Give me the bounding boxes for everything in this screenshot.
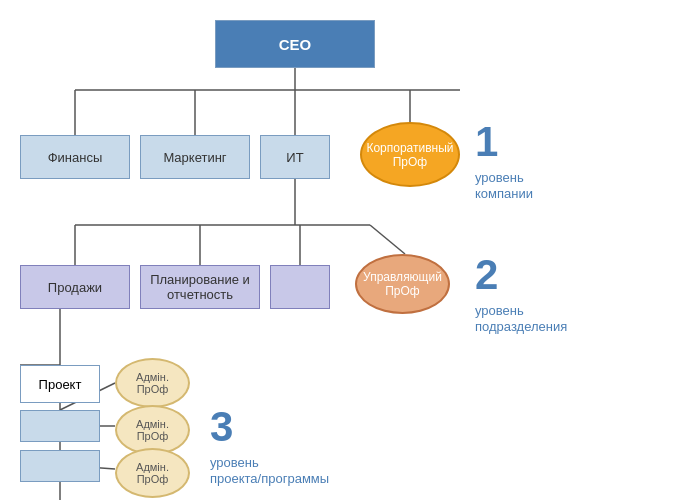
level2-text: уровеньподразделения <box>475 303 567 337</box>
admin-prof-label-2: Адмін.ПрОф <box>136 418 169 442</box>
level3-label: 3 уровеньпроекта/программы <box>210 400 329 488</box>
planning-box: Планирование и отчетность <box>140 265 260 309</box>
level1-label: 1 уровенькомпании <box>475 115 533 203</box>
admin-prof-ellipse-1: Адмін.ПрОф <box>115 358 190 408</box>
sales-box: Продажи <box>20 265 130 309</box>
level1-text: уровенькомпании <box>475 170 533 204</box>
marketing-label: Маркетинг <box>163 150 226 165</box>
admin-prof-label-1: Адмін.ПрОф <box>136 371 169 395</box>
corp-prof-label: Корпоративный ПрОф <box>362 141 458 169</box>
manager-prof-ellipse: Управляющий ПрОф <box>355 254 450 314</box>
corp-prof-ellipse: Корпоративный ПрОф <box>360 122 460 187</box>
it-label: ИТ <box>286 150 303 165</box>
project-box: Проект <box>20 365 100 403</box>
org-chart: CEO Финансы Маркетинг ИТ Корпоративный П… <box>0 0 690 500</box>
level3-text: уровеньпроекта/программы <box>210 455 329 489</box>
it-box: ИТ <box>260 135 330 179</box>
sales-label: Продажи <box>48 280 102 295</box>
admin-prof-ellipse-3: Адмін.ПрОф <box>115 448 190 498</box>
project-label: Проект <box>39 377 82 392</box>
level1-number: 1 <box>475 115 533 170</box>
level3-number: 3 <box>210 400 329 455</box>
project-box-3 <box>20 450 100 482</box>
empty-box-1 <box>270 265 330 309</box>
level2-label: 2 уровеньподразделения <box>475 248 567 336</box>
connector-lines <box>0 0 690 500</box>
marketing-box: Маркетинг <box>140 135 250 179</box>
level2-number: 2 <box>475 248 567 303</box>
ceo-box: CEO <box>215 20 375 68</box>
planning-label: Планирование и отчетность <box>141 272 259 302</box>
ceo-label: CEO <box>279 36 312 53</box>
finances-label: Финансы <box>48 150 103 165</box>
svg-line-11 <box>370 225 405 254</box>
project-box-2 <box>20 410 100 442</box>
manager-prof-label: Управляющий ПрОф <box>357 270 448 298</box>
finances-box: Финансы <box>20 135 130 179</box>
admin-prof-label-3: Адмін.ПрОф <box>136 461 169 485</box>
